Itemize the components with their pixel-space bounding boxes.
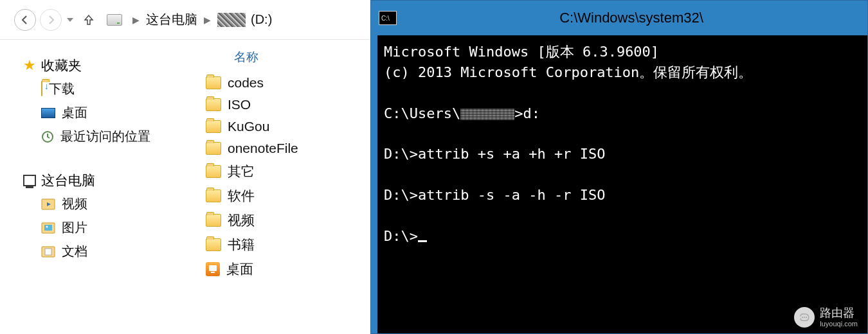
svg-point-10	[802, 317, 803, 318]
sidebar-item-label: 最近访问的位置	[60, 128, 150, 145]
sidebar-item-label: 桌面	[62, 104, 87, 121]
cmd-command-line: D:\>attrib +s +a +h +r ISO	[384, 144, 861, 164]
svg-point-5	[46, 225, 48, 227]
cursor-icon	[418, 240, 427, 242]
desktop-folder-icon	[206, 262, 220, 276]
computer-icon	[23, 175, 36, 186]
folder-icon	[206, 189, 221, 202]
star-icon: ★	[23, 57, 36, 74]
this-pc-header[interactable]: 这台电脑	[23, 171, 188, 189]
cmd-command-line: D:\>attrib -s -a -h -r ISO	[384, 185, 861, 206]
watermark-domain: luyouqi.com	[820, 320, 858, 328]
list-item[interactable]: 软件	[206, 184, 365, 208]
sidebar-item-label: 视频	[62, 195, 87, 213]
list-item-label: ISO	[228, 97, 251, 112]
cmd-output-line: Microsoft Windows [版本 6.3.9600]	[384, 42, 861, 62]
list-item-label: KuGou	[228, 119, 269, 134]
cmd-current-prompt: D:\>	[384, 226, 861, 247]
list-item-label: 软件	[228, 187, 255, 205]
svg-rect-9	[211, 272, 215, 273]
explorer-body: ★ 收藏夹 ↓ 下载 桌面 最近访问的位置	[0, 40, 370, 334]
breadcrumb[interactable]: ▶ 这台电脑 ▶ (D:)	[107, 8, 361, 31]
pictures-library-icon	[41, 221, 55, 235]
sidebar-item-desktop[interactable]: 桌面	[23, 101, 188, 125]
svg-rect-8	[209, 265, 217, 271]
sidebar-item-documents[interactable]: 文档	[23, 240, 188, 263]
cmd-blank-line	[384, 164, 861, 185]
download-arrow-icon: ↓	[44, 81, 49, 91]
back-button[interactable]	[14, 9, 36, 31]
videos-library-icon	[41, 197, 55, 211]
watermark-name: 路由器	[820, 307, 858, 320]
this-pc-label: 这台电脑	[41, 171, 95, 189]
command-prompt-window: C:\ C:\Windows\system32\ Microsoft Windo…	[370, 0, 868, 334]
cmd-blank-line	[384, 83, 861, 103]
sidebar-item-pictures[interactable]: 图片	[23, 216, 188, 240]
sidebar-item-label: 文档	[62, 243, 87, 260]
chevron-right-icon: ▶	[132, 15, 140, 25]
sidebar-item-label: 图片	[62, 219, 87, 236]
chevron-right-icon: ▶	[204, 15, 211, 25]
explorer-toolbar: ▶ 这台电脑 ▶ (D:)	[0, 0, 370, 40]
cmd-output-area[interactable]: Microsoft Windows [版本 6.3.9600](c) 2013 …	[377, 35, 867, 333]
folder-icon	[206, 76, 221, 89]
list-item-label: codes	[228, 75, 264, 91]
list-item-label: 书籍	[228, 236, 255, 254]
drive-icon	[107, 14, 122, 26]
history-dropdown-icon[interactable]	[66, 18, 75, 22]
cmd-output-line: (c) 2013 Microsoft Corporation。保留所有权利。	[384, 62, 861, 83]
list-item-label: 桌面	[226, 260, 253, 278]
up-button[interactable]	[81, 12, 96, 28]
file-list-pane: 名称 codes ISO KuGou onenoteFile 其它	[193, 40, 370, 334]
recent-places-icon	[41, 130, 54, 143]
cmd-blank-line	[384, 206, 861, 226]
folder-icon	[206, 238, 221, 251]
desktop-icon	[41, 108, 55, 118]
breadcrumb-this-pc[interactable]: 这台电脑	[146, 11, 197, 28]
cmd-prompt-line: C:\Users\>d:	[384, 103, 861, 124]
folder-icon	[206, 165, 221, 178]
forward-button[interactable]	[40, 9, 62, 31]
list-item-label: 视频	[228, 211, 255, 229]
column-header-name[interactable]: 名称	[206, 49, 365, 66]
list-item[interactable]: 其它	[206, 159, 365, 184]
redacted-username	[460, 109, 514, 120]
folder-icon	[206, 98, 221, 111]
file-explorer-window: ▶ 这台电脑 ▶ (D:) ★ 收藏夹 ↓ 下载 桌面	[0, 0, 370, 334]
list-item[interactable]: codes	[206, 72, 365, 94]
list-item[interactable]: ISO	[206, 94, 365, 116]
cmd-titlebar[interactable]: C:\ C:\Windows\system32\	[371, 1, 867, 35]
list-item[interactable]: onenoteFile	[206, 137, 365, 159]
redacted-drive-label	[217, 13, 246, 27]
folder-icon	[206, 214, 221, 227]
sidebar-item-videos[interactable]: 视频	[23, 192, 188, 216]
svg-point-11	[804, 317, 805, 318]
watermark: 路由器 luyouqi.com	[794, 307, 858, 328]
cmd-blank-line	[384, 124, 861, 145]
cmd-window-title: C:\Windows\system32\	[403, 10, 860, 26]
watermark-logo-icon	[794, 307, 815, 328]
favorites-header[interactable]: ★ 收藏夹	[23, 57, 188, 75]
sidebar-item-downloads[interactable]: ↓ 下载	[23, 77, 188, 101]
cmd-icon: C:\	[379, 11, 397, 25]
sidebar-item-label: 下载	[49, 80, 75, 98]
folder-icon	[41, 81, 42, 96]
breadcrumb-drive-letter[interactable]: (D:)	[251, 12, 272, 27]
list-item-label: onenoteFile	[228, 141, 298, 156]
folder-icon	[206, 142, 221, 155]
svg-rect-4	[44, 225, 52, 231]
sidebar-item-recent[interactable]: 最近访问的位置	[23, 125, 188, 148]
list-item-label: 其它	[228, 163, 255, 180]
svg-rect-7	[45, 249, 51, 255]
svg-point-12	[806, 317, 807, 318]
list-item[interactable]: KuGou	[206, 116, 365, 137]
list-item[interactable]: 视频	[206, 208, 365, 233]
documents-library-icon	[41, 245, 55, 259]
list-item-desktop[interactable]: 桌面	[206, 257, 365, 281]
navigation-pane: ★ 收藏夹 ↓ 下载 桌面 最近访问的位置	[0, 40, 193, 334]
favorites-label: 收藏夹	[41, 57, 82, 75]
folder-icon	[206, 120, 221, 133]
list-item[interactable]: 书籍	[206, 233, 365, 257]
